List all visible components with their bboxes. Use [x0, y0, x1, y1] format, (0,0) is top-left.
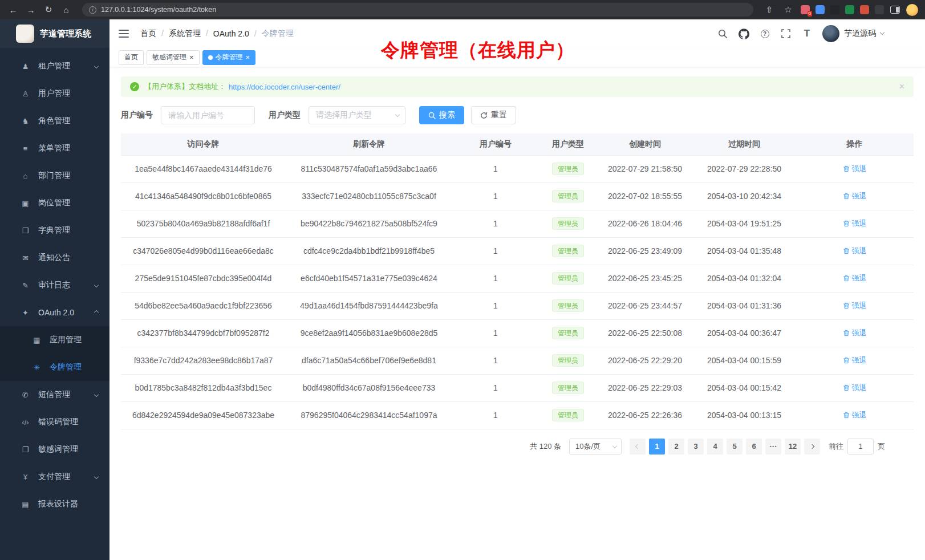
user-type-label: 用户类型	[269, 110, 301, 120]
sidebar-item-audit-log[interactable]: ✎ 审计日志	[0, 271, 109, 299]
share-icon[interactable]: ⇧	[763, 5, 776, 15]
sidebar-toggle-icon[interactable]	[890, 6, 900, 14]
sidebar-item-user[interactable]: ♙ 用户管理	[0, 80, 109, 107]
extension-icon[interactable]	[860, 5, 869, 14]
breadcrumb-item[interactable]: 系统管理	[169, 29, 208, 39]
sidebar-item-notice[interactable]: ✉ 通知公告	[0, 244, 109, 271]
github-icon[interactable]	[738, 28, 749, 39]
page-button-4[interactable]: 4	[707, 439, 723, 455]
chevron-icon	[94, 474, 99, 479]
force-logout-button[interactable]: 强退	[843, 410, 867, 420]
collapse-menu-icon[interactable]	[119, 30, 129, 38]
extension-icon[interactable]	[816, 5, 825, 14]
refresh-token-cell: 9ce8ef2aa9f14056b831ae9b608e28d5	[286, 319, 452, 347]
extension-icon[interactable]: 0	[801, 5, 810, 14]
browser-forward-icon[interactable]: →	[25, 5, 37, 15]
sidebar-item-sensitive-word[interactable]: ❐ 敏感词管理	[0, 436, 109, 463]
sidebar-item-sms[interactable]: ✆ 短信管理	[0, 381, 109, 408]
action-cell: 强退	[796, 319, 914, 347]
force-logout-button[interactable]: 强退	[843, 191, 867, 201]
page-button-3[interactable]: 3	[688, 439, 704, 455]
search-button[interactable]: 搜索	[419, 106, 464, 124]
force-logout-button[interactable]: 强退	[843, 273, 867, 283]
sidebar-item-post[interactable]: ▣ 岗位管理	[0, 189, 109, 217]
token-table: 访问令牌刷新令牌用户编号用户类型创建时间过期时间操作 1ea5e44f8bc14…	[121, 133, 914, 429]
user-menu[interactable]: 芋道源码	[822, 25, 884, 42]
sidebar-item-payment[interactable]: ¥ 支付管理	[0, 463, 109, 490]
tab-close-icon[interactable]: ×	[246, 54, 250, 61]
address-bar[interactable]: i 127.0.0.1:1024/system/oauth2/token	[82, 3, 753, 17]
sidebar-item-dict[interactable]: ❒ 字典管理	[0, 217, 109, 244]
search-icon[interactable]	[717, 28, 728, 39]
tab-token[interactable]: 令牌管理 ×	[202, 50, 256, 65]
page-button-12[interactable]: 12	[785, 439, 801, 455]
sidebar-item-oauth2[interactable]: ✦ OAuth 2.0	[0, 299, 109, 326]
page-button-5[interactable]: 5	[727, 439, 743, 455]
menu-item-icon: ❒	[21, 226, 30, 235]
menu-item-icon: ▤	[21, 500, 30, 509]
table-row: 275e5de9151045fe87cbdc395e004f4d e6cfd40…	[121, 265, 914, 292]
bookmark-star-icon[interactable]: ☆	[782, 5, 794, 15]
table-row: f9336e7c7dd242a283ee98dc86b17a87 dfa6c71…	[121, 347, 914, 374]
extension-icon[interactable]	[845, 5, 854, 14]
user-id-input[interactable]	[161, 106, 255, 124]
menu-item-icon: ✦	[21, 309, 30, 317]
sidebar-item-dept[interactable]: ⌂ 部门管理	[0, 162, 109, 189]
sidebar-item-oauth2-token[interactable]: ✳ 令牌管理	[0, 354, 109, 381]
site-info-icon[interactable]: i	[89, 6, 96, 14]
sidebar-item-error-code[interactable]: ‹/› 错误码管理	[0, 408, 109, 436]
goto-page-input[interactable]	[847, 439, 874, 455]
page-size-select[interactable]: 10条/页	[569, 439, 622, 455]
browser-home-icon[interactable]: ⌂	[60, 5, 72, 15]
sidebar-item-tenant[interactable]: ♟ 租户管理	[0, 52, 109, 80]
tab-sensitive-word[interactable]: 敏感词管理 ×	[147, 50, 200, 65]
force-logout-button[interactable]: 强退	[843, 328, 867, 338]
help-icon[interactable]: ?	[759, 28, 770, 39]
sidebar-item-oauth2-app[interactable]: ▦ 应用管理	[0, 326, 109, 354]
page-button-6[interactable]: 6	[746, 439, 762, 455]
create-time-cell: 2022-07-02 18:55:55	[597, 182, 693, 210]
tab-home[interactable]: 首页	[119, 50, 144, 65]
expire-time-cell: 2054-03-04 00:15:42	[693, 374, 796, 401]
breadcrumb-item[interactable]: OAuth 2.0	[213, 29, 257, 38]
tab-close-icon[interactable]: ×	[189, 54, 194, 61]
next-page-button[interactable]	[804, 439, 820, 455]
delete-icon	[843, 412, 850, 419]
sidebar-item-menu[interactable]: ≡ 菜单管理	[0, 135, 109, 162]
user-id-cell: 1	[452, 319, 539, 347]
menu-item-label: 短信管理	[38, 389, 70, 400]
page-button-1[interactable]: 1	[649, 439, 665, 455]
browser-back-icon[interactable]: ←	[7, 5, 19, 15]
alert-close-icon[interactable]: ×	[899, 82, 904, 92]
font-size-icon[interactable]: T	[801, 28, 813, 39]
breadcrumb-item[interactable]: 首页	[140, 29, 164, 39]
page-ellipsis[interactable]: ···	[765, 439, 781, 455]
force-logout-button[interactable]: 强退	[843, 164, 867, 174]
app-logo[interactable]: 芋道管理系统	[0, 19, 109, 48]
chevron-down-icon	[395, 112, 400, 117]
alert-text: 【用户体系】文档地址：	[144, 82, 226, 92]
page-button-2[interactable]: 2	[668, 439, 684, 455]
user-type-select[interactable]: 请选择用户类型	[309, 106, 405, 124]
fullscreen-icon[interactable]	[780, 28, 792, 39]
extension-icon[interactable]	[830, 5, 839, 14]
force-logout-button[interactable]: 强退	[843, 355, 867, 366]
force-logout-button[interactable]: 强退	[843, 383, 867, 393]
reset-button[interactable]: 重置	[471, 106, 516, 124]
browser-profile-avatar[interactable]	[906, 4, 918, 16]
breadcrumb-item[interactable]: 令牌管理	[262, 29, 294, 39]
browser-reload-icon[interactable]: ↻	[42, 5, 55, 15]
access-token-cell: 54d6be82ee5a460a9aedc1f9bf223656	[121, 292, 286, 319]
force-logout-button[interactable]: 强退	[843, 246, 867, 256]
doc-link[interactable]: https://doc.iocoder.cn/user-center/	[229, 83, 340, 91]
force-logout-button[interactable]: 强退	[843, 301, 867, 311]
sidebar-item-role[interactable]: ♞ 角色管理	[0, 107, 109, 135]
access-token-cell: c342377bf8b344799dcbf7bf095287f2	[121, 319, 286, 347]
user-type-cell: 管理员	[539, 374, 597, 401]
extension-icon[interactable]	[875, 5, 884, 14]
action-cell: 强退	[796, 182, 914, 210]
force-logout-button[interactable]: 强退	[843, 218, 867, 229]
sidebar-item-report-designer[interactable]: ▤ 报表设计器	[0, 490, 109, 518]
menu-item-icon: ✉	[21, 254, 30, 262]
prev-page-button[interactable]	[630, 439, 646, 455]
